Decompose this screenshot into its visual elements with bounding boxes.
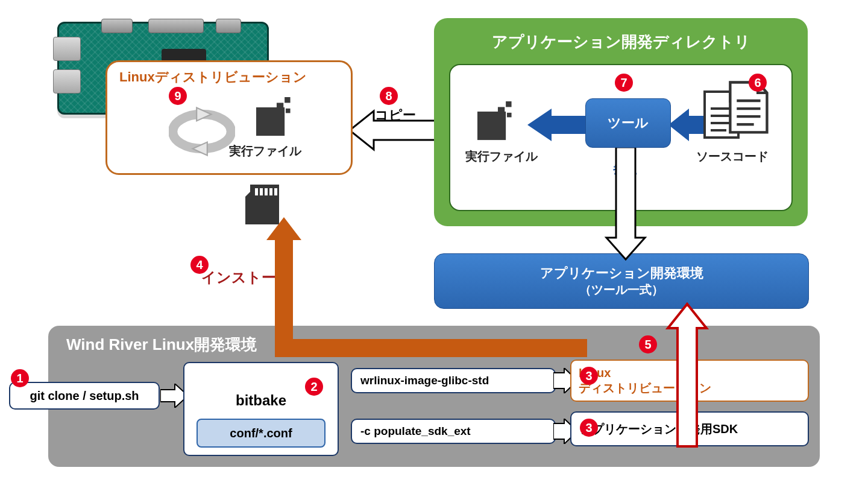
- executable-icon: [477, 101, 517, 141]
- app-dev-directory: アプリケーション開発ディレクトリ 実行ファイル ツール 参照: [434, 18, 808, 226]
- app-dev-env-box: アプリケーション開発環境 （ツール一式）: [434, 253, 809, 309]
- badge-4: 4: [190, 256, 209, 274]
- source-code-label: ソースコード: [696, 148, 769, 165]
- badge-9: 9: [169, 87, 187, 105]
- output-distro-box: Linux ディストリビューション: [570, 360, 809, 402]
- svg-rect-5: [285, 97, 290, 103]
- dev-env-title: Wind River Linux開発環境: [66, 334, 257, 355]
- exec-file-label: 実行ファイル: [229, 143, 301, 159]
- exec-file-label: 実行ファイル: [465, 148, 538, 165]
- install-label: インストール: [201, 268, 291, 287]
- tool-box: ツール: [585, 98, 671, 148]
- svg-rect-8: [260, 188, 263, 195]
- badge-5: 5: [639, 335, 657, 353]
- output-sdk-box: アプリケーション開発用SDK: [570, 411, 809, 446]
- sd-card-icon: [245, 185, 279, 224]
- distro-card: Linuxディストリビューション 実行ファイル: [105, 60, 353, 175]
- copy-label: コピー: [375, 106, 416, 124]
- svg-rect-9: [265, 188, 268, 195]
- badge-2: 2: [305, 378, 323, 396]
- cycle-arrows-icon: [169, 98, 235, 165]
- cmd-sdk-box: -c populate_sdk_ext: [351, 419, 556, 444]
- diagram-canvas: Linuxディストリビューション 実行ファイル: [0, 0, 868, 488]
- reference-label: 参照: [613, 160, 637, 177]
- badge-7: 7: [615, 74, 633, 92]
- svg-rect-3: [256, 107, 285, 136]
- env-line2: （ツール一式）: [579, 282, 664, 298]
- app-dev-directory-title: アプリケーション開発ディレクトリ: [434, 31, 808, 52]
- distro-title: Linuxディストリビューション: [119, 68, 307, 86]
- executable-icon: [256, 97, 296, 137]
- badge-1: 1: [11, 369, 29, 387]
- badge-6: 6: [749, 74, 767, 92]
- svg-rect-10: [269, 188, 272, 195]
- out1-line2: ディストリビューション: [579, 381, 711, 395]
- env-line1: アプリケーション開発環境: [540, 264, 703, 282]
- wind-river-dev-env: Wind River Linux開発環境 git clone / setup.s…: [48, 326, 820, 467]
- cmd-image-box: wrlinux-image-glibc-std: [351, 368, 556, 393]
- tool-to-exec-arrow: [527, 109, 594, 141]
- conf-box: conf/*.conf: [197, 419, 326, 448]
- svg-marker-19: [527, 109, 594, 141]
- git-clone-box: git clone / setup.sh: [9, 382, 160, 410]
- svg-point-0: [173, 114, 231, 148]
- svg-rect-17: [506, 101, 511, 107]
- badge-3: 3: [580, 419, 598, 437]
- svg-rect-11: [274, 188, 277, 195]
- svg-rect-7: [255, 188, 258, 195]
- svg-rect-18: [507, 113, 512, 118]
- badge-3: 3: [580, 367, 598, 385]
- svg-rect-15: [477, 112, 506, 140]
- svg-rect-6: [286, 109, 291, 113]
- bitbake-box: bitbake conf/*.conf: [183, 362, 339, 456]
- svg-rect-4: [277, 103, 283, 109]
- svg-rect-16: [498, 107, 505, 113]
- badge-8: 8: [380, 87, 398, 105]
